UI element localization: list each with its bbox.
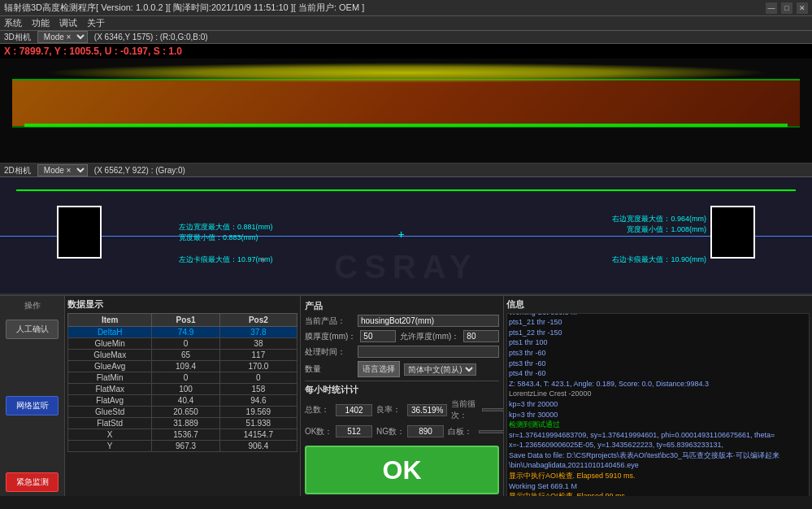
col-item: Item [68,314,152,327]
white-board-label: 白板： [448,426,476,437]
language-select-button[interactable]: 语言选择 [358,361,400,377]
table-row: GlueAvg109.4170.0 [68,361,297,372]
log-line: x=-1.2365609006025E-05, y=1.3435622223, … [509,440,807,450]
thickness-input[interactable] [360,330,396,342]
table-row: FlatStd31.88951.938 [68,418,297,429]
operations-panel: 操作 人工确认 网络监听 紧急监测 [0,296,65,496]
pass-rate-label: 良率： [376,404,405,415]
camera2d-coords: (X 6562,Y 922) : (Gray:0) [94,166,185,175]
log-line: 显示中执行AOI检查. Elapsed 99 ms. [509,491,807,496]
maximize-button[interactable]: □ [781,2,792,14]
data-table: Item Pos1 Pos2 DeltaH74.937.8GlueMin038G… [67,313,297,452]
menu-system[interactable]: 系统 [4,17,22,29]
pass-rate-row: 良率： 36.519% [376,398,447,421]
ng-count-row: NG数： 890 [376,425,444,437]
meas-right-width-min: 宽度最小值：1.008(mm) [627,224,706,235]
meas-left-crease-max: 左边卡痕最大值：10.97(mm) [179,254,273,265]
data-display-panel: 数据显示 Item Pos1 Pos2 DeltaH74.937.8GlueMi… [65,296,301,496]
camera2d-mode-dropdown[interactable]: Mode × [37,164,88,176]
log-line: pts1_21 thr -150 [509,317,807,328]
current-product-input[interactable] [358,315,499,327]
meas-right-width-max: 右边宽度最大值：0.964(mm) [612,214,706,224]
table-row: DeltaH74.937.8 [68,327,297,338]
camera2d-label: 2D相机 [4,165,31,176]
info-log[interactable]: 检测到测试通过sr=1.376198723482, sy=1.376419975… [506,313,810,496]
close-button[interactable]: ✕ [797,2,808,14]
view3d-background [0,59,812,163]
ng-count-label: NG数： [376,426,405,437]
process-time-label: 处理时间： [305,346,354,358]
log-line: pts1_22 thr -150 [509,328,807,338]
log-line: sr=1.376419994683709, sy=1.376419994601,… [509,430,807,441]
menu-about[interactable]: 关于 [87,17,105,29]
meas-right-crease-max: 右边卡痕最大值：10.90(mm) [612,254,706,265]
meas-left-width-min: 宽度最小值：0.883(mm) [179,233,258,243]
log-line: kp=3 thr 30000 [509,410,807,420]
table-row: FlatMax100158 [68,384,297,395]
operations-title: 操作 [24,300,41,311]
minimize-button[interactable]: — [766,2,777,14]
camera3d-mode-dropdown[interactable]: Mode × [37,31,88,43]
scan-green-top-line [16,189,796,191]
table-row: GlueStd20.65019.569 [68,407,297,418]
scan-3d-area [12,79,800,128]
tolerance-input[interactable] [463,330,499,342]
process-time-input[interactable] [358,346,499,358]
tolerance-label: 允许厚度(mm)： [400,331,459,342]
total-value: 1402 [336,404,372,416]
window-controls: — □ ✕ [766,2,808,14]
scan-green-baseline [24,124,788,127]
table-row: GlueMax65117 [68,350,297,361]
current-product-label: 当前产品： [305,315,354,327]
log-line: kp=3 thr 20000 [509,399,807,410]
ok-count-label: OK数： [305,426,333,437]
ok-count-value: 512 [336,425,372,437]
bracket-left [45,202,110,267]
crosshair-marker: + [398,228,405,241]
log-line: pts3 thr -60 [509,348,807,359]
ok-button[interactable]: OK [305,446,499,494]
process-time-row: 处理时间： [305,346,499,358]
current-cycle-label: 当前循次： [451,398,480,421]
emergency-stop-button[interactable]: 紧急监测 [6,472,59,492]
meas-left-width-max: 左边宽度最大值：0.881(mm) [179,222,273,233]
thickness-row: 膜厚度(mm)： 允许厚度(mm)： [305,330,499,342]
quantity-label: 数量 [305,363,354,375]
quantity-row: 数量 语言选择 简体中文(简从) [305,361,499,377]
log-line: Working Set 669.1 M [509,481,807,492]
coords-bar: X : 7899.7, Y : 1005.5, U : -0.197, S : … [0,44,812,59]
ng-count-value: 890 [407,425,444,437]
csray-watermark: CSRAY [334,249,477,285]
camera2d-bar: 2D相机 Mode × (X 6562,Y 922) : (Gray:0) [0,164,812,177]
current-product-row: 当前产品： [305,315,499,327]
table-row: FlatMin00 [68,372,297,384]
network-monitor-button[interactable]: 网络监听 [6,396,59,415]
view2d-background: + + 左边宽度最大值：0.881(mm) 宽度最小值：0.883(mm) 左边… [0,177,812,294]
table-row: GlueMin038 [68,338,297,350]
menubar: 系统 功能 调试 关于 [0,16,812,31]
ok-count-row: OK数： 512 [305,425,372,437]
log-line: pts3 thr -60 [509,359,807,369]
camera3d-coords: (X 6346,Y 1575) : (R:0,G:0,B:0) [94,33,208,41]
camera3d-bar: 3D相机 Mode × (X 6346,Y 1575) : (R:0,G:0,B… [0,31,812,44]
log-line: pts4 thr -60 [509,368,807,379]
menu-function[interactable]: 功能 [32,17,50,29]
horizontal-guide-line [0,236,812,237]
table-row: X1536.714154.7 [68,429,297,441]
log-line: Save Data to file: D:\CSRprojects\表表AOI\… [509,450,807,471]
bottom-area: 操作 人工确认 网络监听 紧急监测 数据显示 Item Pos1 Pos2 De… [0,295,812,496]
log-line: Z: 5843.4, T: 423.1, Angle: 0.189, Score… [509,379,807,389]
stats-title: 每小时统计计 [305,384,499,396]
menu-debug[interactable]: 调试 [59,17,77,29]
log-line: 显示中执行AOI检查. Elapsed 5910 ms. [509,471,807,481]
info-panel-title: 信息 [506,298,810,311]
bracket-right-inner [710,206,755,259]
info-panel: 信息 检测到测试通过sr=1.376198723482, sy=1.376419… [504,296,812,496]
thickness-label: 膜厚度(mm)： [305,331,356,342]
language-dropdown[interactable]: 简体中文(简从) [404,363,476,376]
data-panel-title: 数据显示 [67,298,297,311]
log-line: pts1 thr 100 [509,337,807,348]
manual-confirm-button[interactable]: 人工确认 [6,320,59,339]
table-row: Y967.3906.4 [68,441,297,452]
view3d [0,59,812,164]
